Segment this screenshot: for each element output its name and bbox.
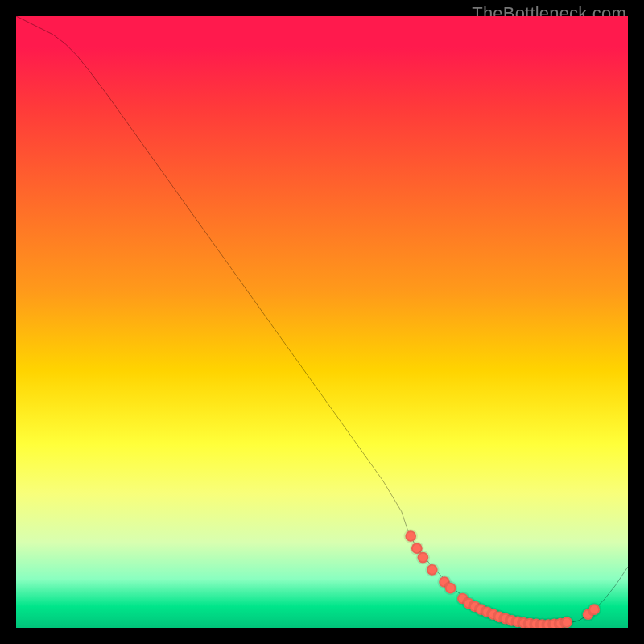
chart-root: TheBottleneck.com [0, 0, 644, 644]
data-point [588, 604, 600, 615]
data-point [405, 530, 416, 542]
data-point [561, 617, 572, 628]
markers-group [405, 530, 600, 628]
data-point [418, 552, 429, 564]
data-point [445, 583, 456, 594]
chart-svg [16, 16, 628, 628]
data-point [427, 564, 438, 576]
plot-area [16, 16, 628, 628]
curve-line [16, 16, 628, 625]
